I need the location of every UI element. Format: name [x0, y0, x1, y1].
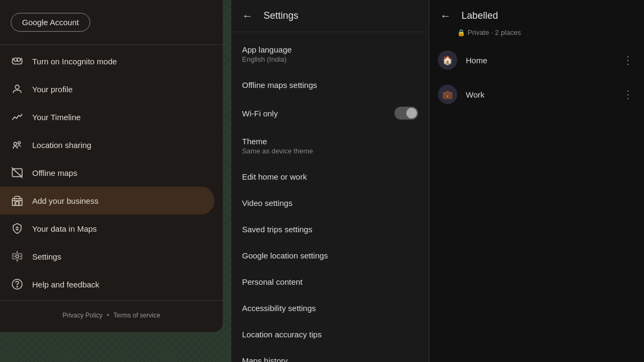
menu-footer: Privacy Policy • Terms of service	[0, 305, 223, 326]
google-location-title: Google location settings	[242, 251, 418, 260]
terms-link[interactable]: Terms of service	[113, 312, 160, 319]
settings-item-edit-home-work[interactable]: Edit home or work	[231, 164, 429, 190]
svg-point-21	[17, 286, 17, 287]
menu-item-incognito-label: Turn on Incognito mode	[32, 57, 117, 66]
settings-panel: ← Settings App language English (India) …	[231, 0, 429, 362]
labelled-panel: ← Labelled 🔒 Private · 2 places 🏠 Home ⋮…	[429, 0, 644, 362]
business-icon	[11, 194, 24, 207]
left-panel: Google Account Turn on Incognito mode	[0, 0, 231, 362]
settings-item-personal-content[interactable]: Personal content	[231, 269, 429, 295]
wifi-only-toggle[interactable]	[394, 107, 418, 120]
labelled-subtitle: 🔒 Private · 2 places	[429, 28, 644, 43]
theme-title: Theme	[242, 137, 418, 146]
labelled-title: Labelled	[462, 10, 498, 21]
settings-item-app-language[interactable]: App language English (India)	[231, 36, 429, 72]
svg-point-4	[15, 85, 19, 89]
accessibility-title: Accessibility settings	[242, 304, 418, 313]
privacy-policy-link[interactable]: Privacy Policy	[62, 312, 103, 319]
menu-item-add-business[interactable]: Add your business	[0, 187, 214, 215]
settings-item-saved-trips[interactable]: Saved trips settings	[231, 216, 429, 242]
settings-item-accessibility[interactable]: Accessibility settings	[231, 295, 429, 321]
menu-item-help-label: Help and feedback	[32, 280, 99, 289]
settings-item-location-accuracy[interactable]: Location accuracy tips	[231, 321, 429, 348]
footer-dot: •	[107, 312, 109, 319]
settings-item-video[interactable]: Video settings	[231, 190, 429, 216]
offline-maps-icon	[11, 166, 24, 179]
place-item-work[interactable]: 💼 Work ⋮	[429, 77, 644, 112]
settings-item-maps-history[interactable]: Maps history	[231, 348, 429, 362]
settings-header: ← Settings	[231, 0, 429, 32]
menu-item-help[interactable]: Help and feedback	[0, 270, 223, 298]
menu-item-incognito[interactable]: Turn on Incognito mode	[0, 47, 223, 75]
work-icon: 💼	[442, 90, 453, 100]
incognito-icon	[11, 55, 24, 68]
settings-title: Settings	[264, 10, 298, 21]
home-place-name: Home	[466, 56, 612, 65]
work-place-name: Work	[466, 90, 612, 99]
location-accuracy-title: Location accuracy tips	[242, 330, 418, 339]
help-icon	[11, 278, 24, 291]
settings-item-wifi-only[interactable]: Wi-Fi only	[231, 98, 429, 128]
app-language-subtitle: English (India)	[242, 55, 418, 63]
menu-item-location-sharing[interactable]: Location sharing	[0, 131, 223, 159]
menu-item-profile-label: Your profile	[32, 85, 72, 94]
shield-icon	[11, 222, 24, 235]
menu-item-data-maps[interactable]: Your data in Maps	[0, 215, 223, 242]
wifi-only-title: Wi-Fi only	[242, 109, 278, 118]
svg-point-5	[14, 142, 17, 145]
svg-rect-11	[12, 198, 22, 205]
labelled-back-button[interactable]: ←	[438, 8, 453, 24]
google-account-button[interactable]: Google Account	[11, 13, 90, 32]
divider-top	[0, 45, 223, 45]
settings-list: App language English (India) Offline map…	[231, 32, 429, 362]
menu-item-add-business-label: Add your business	[32, 196, 98, 205]
menu-item-settings[interactable]: Settings	[0, 242, 223, 270]
labelled-subtitle-text: Private · 2 places	[467, 28, 521, 36]
menu-panel: Google Account Turn on Incognito mode	[0, 0, 223, 332]
theme-subtitle: Same as device theme	[242, 147, 418, 155]
svg-rect-13	[16, 202, 19, 205]
menu-item-offline-maps-label: Offline maps	[32, 168, 77, 178]
menu-item-profile[interactable]: Your profile	[0, 75, 223, 103]
work-more-button[interactable]: ⋮	[620, 86, 635, 103]
person-icon	[11, 83, 24, 95]
menu-item-timeline-label: Your Timeline	[32, 113, 80, 122]
home-more-button[interactable]: ⋮	[620, 51, 635, 69]
menu-item-data-maps-label: Your data in Maps	[32, 224, 97, 233]
place-item-home[interactable]: 🏠 Home ⋮	[429, 43, 644, 77]
work-icon-wrap: 💼	[438, 85, 457, 104]
lock-icon: 🔒	[457, 29, 465, 36]
menu-item-offline-maps[interactable]: Offline maps	[0, 159, 223, 187]
location-sharing-icon	[11, 138, 24, 151]
personal-content-title: Personal content	[242, 277, 418, 286]
menu-item-location-sharing-label: Location sharing	[32, 141, 91, 150]
menu-item-settings-label: Settings	[32, 252, 61, 261]
svg-line-3	[20, 58, 22, 59]
settings-icon	[11, 250, 24, 263]
svg-point-19	[16, 255, 19, 258]
settings-item-theme[interactable]: Theme Same as device theme	[231, 128, 429, 164]
timeline-icon	[11, 110, 24, 123]
maps-history-title: Maps history	[242, 356, 418, 362]
app-language-title: App language	[242, 45, 418, 54]
offline-maps-title: Offline maps settings	[242, 80, 418, 90]
svg-point-6	[18, 142, 20, 144]
home-icon: 🏠	[442, 55, 453, 65]
video-settings-title: Video settings	[242, 198, 418, 208]
settings-item-offline-maps[interactable]: Offline maps settings	[231, 72, 429, 98]
edit-home-work-title: Edit home or work	[242, 172, 418, 181]
divider-bottom	[0, 300, 223, 301]
saved-trips-title: Saved trips settings	[242, 225, 418, 234]
svg-line-2	[12, 58, 14, 59]
home-icon-wrap: 🏠	[438, 50, 457, 70]
settings-back-button[interactable]: ←	[240, 8, 255, 24]
labelled-header: ← Labelled	[429, 0, 644, 28]
settings-item-google-location[interactable]: Google location settings	[231, 242, 429, 269]
menu-item-timeline[interactable]: Your Timeline	[0, 103, 223, 131]
